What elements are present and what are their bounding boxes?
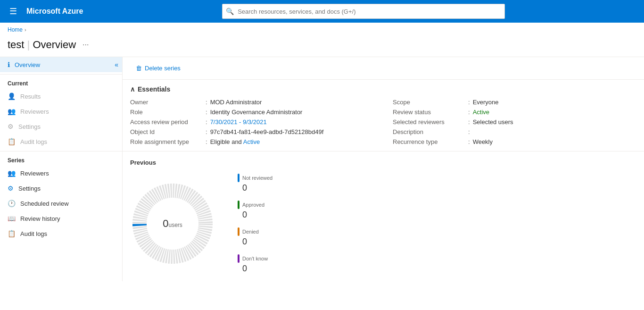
essentials-grid: Owner : MOD Administrator Role : Identit… [130, 99, 636, 145]
sidebar-section-series: Series [0, 151, 122, 166]
essentials-left: Owner : MOD Administrator Role : Identit… [130, 99, 374, 145]
essentials-row-period: Access review period : 7/30/2021 - 9/3/2… [130, 118, 374, 126]
clock-icon: 🕐 [8, 200, 16, 207]
chart-legend: Not reviewed 0 Approved 0 [238, 174, 272, 274]
brand-logo: Microsoft Azure [26, 7, 83, 16]
sidebar-item-overview[interactable]: ℹ Overview [0, 57, 122, 72]
legend-item-denied: Denied 0 [238, 227, 272, 247]
essentials-row-object-id: Object Id : 97c7db41-fa81-4ee9-adbd-7d52… [130, 128, 374, 135]
donut-chart: 0users [130, 181, 215, 266]
audit-icon-series: 📋 [8, 230, 16, 237]
essentials-row-role: Role : Identity Governance Administrator [130, 109, 374, 116]
more-options-button[interactable]: ··· [80, 40, 91, 50]
sidebar-item-current-settings: ⚙ Settings [0, 119, 122, 134]
series-settings-icon: ⚙ [8, 184, 14, 192]
essentials-row-selected-reviewers: Selected reviewers : Selected users [393, 118, 636, 126]
search-input[interactable] [222, 4, 505, 19]
legend-item-approved: Approved 0 [238, 201, 272, 220]
essentials-row-owner: Owner : MOD Administrator [130, 99, 374, 106]
denied-bar [238, 227, 239, 236]
essentials-right: Scope : Everyone Review status : Active … [393, 99, 636, 145]
page-title-bar: test | Overview ··· [0, 37, 644, 57]
reviewers-icon: 👥 [8, 108, 16, 115]
settings-icon-current: ⚙ [8, 123, 14, 130]
essentials-row-assignment-type: Role assignment type : Eligible and Acti… [130, 138, 374, 145]
essentials-section: ∧ Essentials Owner : MOD Administrator R… [123, 80, 644, 151]
trash-icon: 🗑 [136, 65, 142, 72]
not-reviewed-bar [238, 174, 239, 182]
donut-center: 0users [163, 218, 182, 230]
approved-bar [238, 201, 239, 209]
legend-item-not-reviewed: Not reviewed 0 [238, 174, 272, 193]
sidebar-item-review-history[interactable]: 📖 Review history [0, 211, 122, 226]
essentials-row-scope: Scope : Everyone [393, 99, 636, 106]
legend-item-dont-know: Don't know 0 [238, 254, 272, 274]
essentials-row-recurrence: Recurrence type : Weekly [393, 138, 636, 145]
sidebar-section-current: Current [0, 74, 122, 89]
search-icon: 🔍 [226, 8, 234, 15]
top-navigation: ☰ Microsoft Azure 🔍 [0, 0, 644, 23]
main-content: 🗑 Delete series ∧ Essentials Owner : [123, 57, 644, 281]
sidebar: « ℹ Overview Current 👤 Results 👥 Reviewe… [0, 57, 123, 281]
book-icon: 📖 [8, 215, 16, 222]
dont-know-bar [238, 254, 239, 263]
hamburger-menu[interactable]: ☰ [8, 4, 19, 18]
main-wrapper: Home › test | Overview ··· « ℹ Overview … [0, 23, 644, 310]
toolbar: 🗑 Delete series [123, 57, 644, 80]
sidebar-item-series-reviewers[interactable]: 👥 Reviewers [0, 166, 122, 181]
sidebar-item-scheduled-review[interactable]: 🕐 Scheduled review [0, 196, 122, 211]
sidebar-item-current-audit-logs: 📋 Audit logs [0, 134, 122, 149]
previous-label: Previous [130, 159, 636, 166]
chevron-up-icon: ∧ [130, 85, 135, 93]
essentials-row-description: Description : [393, 128, 636, 135]
sidebar-item-results: 👤 Results [0, 89, 122, 104]
essentials-row-review-status: Review status : Active [393, 109, 636, 116]
sidebar-item-current-reviewers: 👥 Reviewers [0, 104, 122, 119]
sidebar-collapse-button[interactable]: « [115, 61, 118, 68]
series-reviewers-icon: 👥 [8, 169, 16, 177]
page-title: test | Overview [8, 39, 76, 51]
results-icon: 👤 [8, 92, 16, 100]
sidebar-item-series-audit-logs[interactable]: 📋 Audit logs [0, 226, 122, 241]
delete-series-button[interactable]: 🗑 Delete series [130, 62, 186, 75]
essentials-header[interactable]: ∧ Essentials [130, 85, 636, 93]
breadcrumb-separator: › [25, 27, 26, 33]
sidebar-item-series-settings[interactable]: ⚙ Settings [0, 181, 122, 196]
previous-section: Previous 0users [123, 151, 644, 281]
breadcrumb: Home › [0, 23, 644, 37]
breadcrumb-home[interactable]: Home [8, 26, 23, 33]
chart-area: 0users Not reviewed 0 [130, 174, 636, 274]
content-area: « ℹ Overview Current 👤 Results 👥 Reviewe… [0, 57, 644, 281]
info-icon: ℹ [8, 61, 10, 68]
search-bar: 🔍 [222, 4, 505, 19]
audit-icon-current: 📋 [8, 138, 16, 145]
